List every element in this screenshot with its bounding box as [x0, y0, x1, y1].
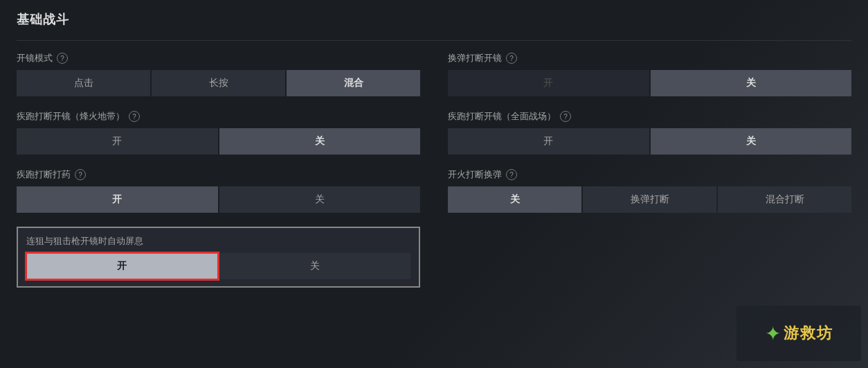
sniper-breath-btn-group: 开 关 [26, 253, 410, 279]
fire-break-reload-group: 开火打断换弹 ? 关 换弹打断 混合打断 [448, 168, 851, 213]
sprint-aim-full-group: 疾跑打断开镜（全面战场） ? 开 关 [448, 110, 851, 155]
reload-break-aim-on-btn[interactable]: 开 [448, 70, 649, 96]
reload-break-aim-group: 换弹打断开镜 ? 开 关 [448, 52, 851, 96]
sprint-aim-full-btn-group: 开 关 [448, 128, 851, 155]
sniper-breath-off-btn[interactable]: 关 [219, 253, 411, 279]
aim-mode-group: 开镜模式 ? 点击 长按 混合 [17, 52, 420, 96]
sprint-aim-fire-btn-group: 开 关 [17, 128, 420, 155]
aim-mode-help-icon[interactable]: ? [57, 53, 68, 64]
sprint-medicine-off-btn[interactable]: 关 [219, 186, 421, 213]
sniper-breath-label: 连狙与狙击枪开镜时自动屏息 [26, 235, 410, 247]
aim-mode-mixed-btn[interactable]: 混合 [287, 70, 420, 96]
fire-break-reload-help-icon[interactable]: ? [506, 169, 517, 180]
fire-break-reload-btn-group: 关 换弹打断 混合打断 [448, 186, 851, 213]
reload-break-aim-help-icon[interactable]: ? [506, 53, 517, 64]
sprint-aim-fire-label: 疾跑打断开镜（烽火地带） ? [17, 110, 420, 123]
aim-mode-btn-group: 点击 长按 混合 [17, 70, 420, 96]
sprint-aim-full-label: 疾跑打断开镜（全面战场） ? [448, 110, 851, 123]
sprint-aim-full-on-btn[interactable]: 开 [448, 128, 649, 155]
section-title: 基础战斗 [17, 11, 851, 28]
sprint-medicine-on-btn[interactable]: 开 [17, 186, 218, 213]
sniper-breath-box: 连狙与狙击枪开镜时自动屏息 开 关 [17, 227, 420, 288]
aim-mode-label: 开镜模式 ? [17, 52, 420, 64]
sprint-medicine-btn-group: 开 关 [17, 186, 420, 213]
reload-break-aim-btn-group: 开 关 [448, 70, 851, 96]
sprint-aim-fire-off-btn[interactable]: 关 [219, 128, 421, 155]
reload-break-aim-off-btn[interactable]: 关 [651, 70, 852, 96]
sprint-medicine-help-icon[interactable]: ? [75, 169, 86, 180]
right-column: 换弹打断开镜 ? 开 关 疾跑打断开镜（全面战场） ? 开 关 [448, 52, 851, 288]
watermark-text: 游救坊 [784, 323, 833, 344]
section-divider [17, 40, 851, 41]
aim-mode-click-btn[interactable]: 点击 [17, 70, 150, 96]
sprint-medicine-label: 疾跑打断打药 ? [17, 168, 420, 181]
reload-break-aim-label: 换弹打断开镜 ? [448, 52, 851, 64]
fire-break-reload-swap-btn[interactable]: 换弹打断 [583, 186, 716, 213]
watermark: ✦ 游救坊 [736, 306, 861, 361]
fire-break-reload-off-btn[interactable]: 关 [448, 186, 581, 213]
watermark-leaf-icon: ✦ [765, 322, 781, 345]
left-column: 开镜模式 ? 点击 长按 混合 疾跑打断开镜（烽火地带） ? 开 关 [17, 52, 420, 288]
sniper-breath-on-btn[interactable]: 开 [26, 253, 218, 279]
fire-break-reload-mixed-btn[interactable]: 混合打断 [718, 186, 851, 213]
sprint-aim-full-off-btn[interactable]: 关 [651, 128, 852, 155]
sprint-aim-fire-group: 疾跑打断开镜（烽火地带） ? 开 关 [17, 110, 420, 155]
sprint-aim-fire-help-icon[interactable]: ? [129, 111, 140, 122]
aim-mode-longpress-btn[interactable]: 长按 [152, 70, 285, 96]
sprint-medicine-group: 疾跑打断打药 ? 开 关 [17, 168, 420, 213]
fire-break-reload-label: 开火打断换弹 ? [448, 168, 851, 181]
sprint-aim-fire-on-btn[interactable]: 开 [17, 128, 218, 155]
sprint-aim-full-help-icon[interactable]: ? [560, 111, 571, 122]
